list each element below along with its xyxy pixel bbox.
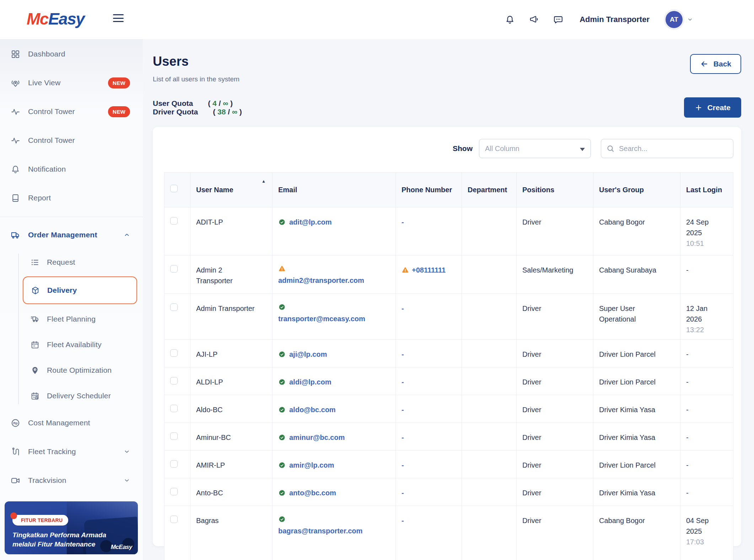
megaphone-icon[interactable]	[529, 15, 539, 25]
sidebar-item-control-tower[interactable]: Control Tower	[0, 130, 143, 150]
sidebar-item-label: Notification	[28, 165, 66, 173]
positions-cell: Driver	[517, 506, 593, 560]
column-header-positions[interactable]: Positions	[517, 173, 593, 208]
chat-icon[interactable]	[553, 15, 563, 25]
sidebar-item-fleet-availability[interactable]: Fleet Availability	[19, 336, 143, 353]
last-login-cell: 24 Sep 202510:51	[680, 208, 733, 255]
last-login-date: -	[686, 377, 689, 387]
email-link[interactable]: amir@lp.com	[289, 461, 334, 469]
email-link[interactable]: aldo@bc.com	[289, 406, 336, 414]
sidebar-item-control-tower[interactable]: Control TowerNEW	[0, 102, 143, 122]
sidebar: DashboardLive ViewNEWControl TowerNEWCon…	[0, 39, 143, 560]
row-checkbox[interactable]	[170, 377, 178, 384]
users-group-cell: Cabang Bogor	[593, 506, 680, 560]
phone-value: -	[402, 517, 404, 524]
user-menu[interactable]: AT	[664, 9, 693, 30]
fleet-truck-icon	[30, 315, 40, 324]
users-group-value: Cabang Bogor	[599, 217, 645, 227]
phone-cell: -	[396, 478, 462, 506]
sort-ascending-icon[interactable]: ▲	[262, 178, 266, 184]
sidebar-item-order-management[interactable]: Order Management	[0, 225, 143, 245]
sidebar-item-live-view[interactable]: Live ViewNEW	[0, 73, 143, 93]
phone-value: -	[402, 489, 404, 497]
department-cell	[462, 395, 517, 423]
column-filter-select[interactable]: All Column	[479, 139, 591, 158]
email-link[interactable]: anto@bc.com	[289, 489, 336, 497]
column-header-phone-number[interactable]: Phone Number	[396, 173, 462, 208]
sidebar-item-delivery-scheduler[interactable]: Delivery Scheduler	[19, 387, 143, 404]
chevron-down-icon	[687, 17, 693, 22]
search-icon	[606, 144, 615, 153]
grid-icon	[11, 49, 20, 59]
users-group-value: Cabang Surabaya	[599, 265, 656, 275]
pulse-icon	[11, 136, 20, 145]
table-row: Bagrasbagras@transporter.com-DriverCaban…	[165, 506, 733, 560]
row-checkbox[interactable]	[170, 460, 178, 468]
column-header-user-s-group[interactable]: User's Group	[593, 173, 680, 208]
user-name-cell: Aminur-BC	[190, 423, 273, 451]
sidebar-item-fleet-planning[interactable]: Fleet Planning	[19, 311, 143, 328]
sidebar-item-cost-management[interactable]: RpCost Management	[0, 413, 143, 433]
sidebar-item-delivery[interactable]: Delivery	[23, 276, 137, 304]
email-cell: aldi@lp.com	[273, 367, 396, 395]
email-link[interactable]: admin2@transporter.com	[278, 276, 364, 284]
email-link[interactable]: transporter@mceasy.com	[278, 315, 365, 323]
row-checkbox[interactable]	[170, 516, 178, 523]
positions-cell: Driver	[517, 340, 593, 367]
user-name: Aldo-BC	[196, 404, 222, 415]
user-name-cell: Bagras	[190, 506, 273, 560]
sidebar-item-route-optimization[interactable]: Route Optimization	[19, 362, 143, 379]
row-checkbox[interactable]	[170, 303, 178, 311]
row-checkbox[interactable]	[170, 349, 178, 357]
user-name-cell: Admin Transporter	[190, 294, 273, 340]
column-header-email[interactable]: Email	[273, 173, 396, 208]
caret-down-icon	[580, 148, 585, 151]
phone-value: -	[402, 305, 404, 312]
row-checkbox[interactable]	[170, 432, 178, 440]
sidebar-item-report[interactable]: Report	[0, 188, 143, 208]
select-all-checkbox[interactable]	[170, 185, 178, 192]
row-checkbox[interactable]	[170, 265, 178, 273]
search-input[interactable]	[619, 145, 728, 153]
sidebar-item-dashboard[interactable]: Dashboard	[0, 44, 143, 64]
sidebar-item-fleet-tracking[interactable]: Fleet Tracking	[0, 442, 143, 462]
request-icon	[30, 258, 40, 267]
phone-link[interactable]: +08111111	[412, 266, 446, 274]
sidebar-item-trackvision[interactable]: Trackvision	[0, 470, 143, 490]
notification-bell-icon[interactable]	[505, 15, 515, 25]
user-name: Admin 2 Transporter	[196, 265, 255, 286]
user-name-cell: Admin 2 Transporter	[190, 255, 273, 294]
email-link[interactable]: adit@lp.com	[289, 218, 332, 226]
column-header-label: Positions	[522, 186, 554, 194]
positions-cell: Driver	[517, 423, 593, 451]
sidebar-item-request[interactable]: Request	[19, 254, 143, 271]
phone-cell: -	[396, 395, 462, 423]
verified-badge-icon	[278, 489, 286, 496]
column-header-last-login[interactable]: Last Login	[680, 173, 733, 208]
promo-banner[interactable]: FITUR TERBARU Tingkatkan Performa Armada…	[5, 501, 138, 554]
column-header-user-name[interactable]: User Name▲	[190, 173, 273, 208]
users-group-value: Driver Kimia Yasa	[599, 488, 655, 498]
last-login-date: -	[686, 460, 689, 470]
users-group-value: Driver Kimia Yasa	[599, 432, 655, 443]
quota-label: Driver Quota	[153, 108, 198, 116]
users-group-value: Cabang Bogor	[599, 515, 645, 526]
column-header-department[interactable]: Department	[462, 173, 517, 208]
email-link[interactable]: aminur@bc.com	[289, 434, 345, 441]
back-button[interactable]: Back	[690, 54, 741, 74]
hamburger-menu-icon[interactable]	[113, 14, 124, 23]
quota-user-quota: User Quota( 4 / ∞ )	[153, 99, 242, 108]
last-login-cell: -	[680, 395, 733, 423]
camera-icon	[11, 476, 20, 485]
row-checkbox[interactable]	[170, 488, 178, 495]
email-link[interactable]: aji@lp.com	[289, 350, 327, 358]
email-link[interactable]: bagras@transporter.com	[278, 527, 362, 535]
quota-value: ( 38 / ∞ )	[213, 108, 242, 116]
create-button[interactable]: Create	[684, 97, 741, 118]
column-header-label: Email	[278, 186, 297, 194]
row-checkbox[interactable]	[170, 405, 178, 412]
sidebar-item-notification[interactable]: Notification	[0, 159, 143, 179]
email-link[interactable]: aldi@lp.com	[289, 378, 331, 386]
row-select-cell	[165, 367, 190, 395]
row-checkbox[interactable]	[170, 217, 178, 225]
